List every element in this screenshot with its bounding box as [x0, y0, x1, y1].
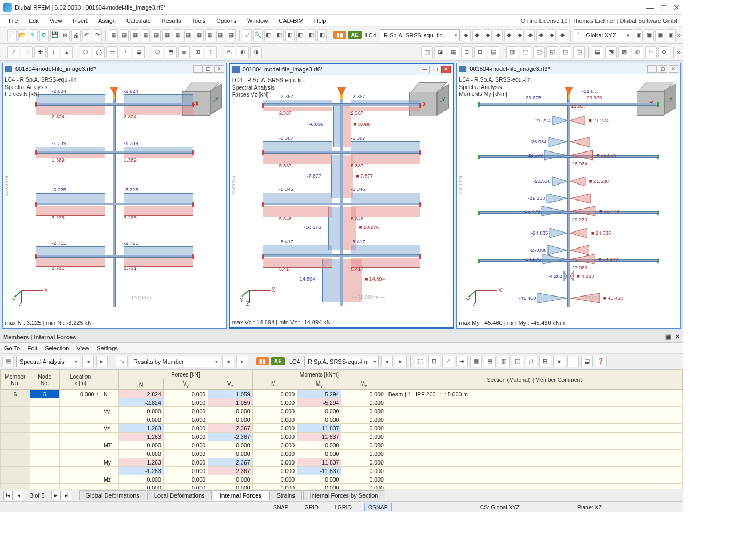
next-lc-button[interactable]: ▸	[395, 356, 407, 367]
col-forces[interactable]: Forces [kN]	[119, 370, 252, 379]
table-tool-button[interactable]: ⤢	[442, 356, 454, 367]
col-N[interactable]: N	[119, 379, 163, 390]
table-tool-button[interactable]: ⬓	[581, 356, 593, 367]
results-tab-global-deformations[interactable]: Global Deformations	[79, 490, 146, 500]
filter-button[interactable]: ⬓	[592, 46, 603, 58]
result-button[interactable]: ◆	[462, 29, 471, 41]
col-member[interactable]: Member No.	[1, 370, 30, 390]
menu-tools[interactable]: Tools	[186, 17, 211, 25]
filter-button[interactable]: ◍	[632, 46, 643, 58]
pane-min-button[interactable]: —	[647, 65, 657, 73]
menu-calculate[interactable]: Calculate	[121, 17, 156, 25]
pane-canvas[interactable]: LC4 - R.Sp.A. SRSS-equ.-lin.Spectral Ana…	[230, 75, 454, 327]
result-button[interactable]: ◆	[494, 29, 503, 41]
resultsby-icon[interactable]: ↘	[116, 356, 128, 367]
lgrid-toggle[interactable]: LGRID	[331, 503, 355, 511]
pane-close-button[interactable]: ✕	[214, 65, 224, 73]
results-undock-icon[interactable]: ▣	[665, 333, 671, 340]
results-menu-selection[interactable]: Selection	[45, 345, 69, 351]
menu-window[interactable]: Window	[242, 17, 273, 25]
tool-button[interactable]: ▦	[141, 29, 150, 41]
filter-button[interactable]: ▤	[488, 46, 499, 58]
draw-button[interactable]: ▭	[106, 46, 118, 58]
table-row[interactable]: 0.000 0.000 0.000 0.000 0.000 0.000	[1, 484, 683, 489]
result-button[interactable]: ◆	[526, 29, 535, 41]
pane-canvas[interactable]: LC4 - R.Sp.A. SRSS-equ.-lin.Spectral Ana…	[3, 74, 226, 328]
analysis-type-icon[interactable]: ▤	[2, 356, 14, 367]
table-tool-button[interactable]: ▦	[470, 356, 482, 367]
menu-cad-bim[interactable]: CAD-BIM	[273, 17, 308, 25]
menu-view[interactable]: View	[44, 17, 68, 25]
results-tab-local-deformations[interactable]: Local Deformations	[147, 490, 212, 500]
results-menu-settings[interactable]: Settings	[97, 345, 118, 351]
draw-button[interactable]: ↗	[7, 46, 19, 58]
results-menu-go-to[interactable]: Go To	[4, 345, 20, 351]
resultsby-selector[interactable]: Results by Member	[130, 356, 220, 367]
col-section[interactable]: Section (Material) | Member Comment	[386, 370, 682, 390]
results-close-icon[interactable]: ✕	[675, 333, 680, 340]
draw-button[interactable]: ✚	[34, 46, 46, 58]
menu-edit[interactable]: Edit	[23, 17, 44, 25]
filter-button[interactable]: ▥	[506, 46, 518, 58]
analysis-selector[interactable]: Spectral Analysis	[16, 356, 80, 367]
result-button[interactable]: ◆	[483, 29, 492, 41]
draw-button[interactable]: ⎔	[152, 46, 163, 58]
tool-button[interactable]: ▦	[152, 29, 161, 41]
col-moments[interactable]: Moments [kNm]	[252, 370, 386, 379]
view-button[interactable]: ◧	[296, 29, 305, 41]
save-button[interactable]: 💾	[50, 29, 59, 41]
draw-button[interactable]: ◐	[237, 46, 249, 58]
col-Vz[interactable]: Vz	[208, 379, 252, 390]
table-tool-button[interactable]: ▥	[498, 356, 510, 367]
results-table-wrap[interactable]: Member No. Node No. Location x [m] Force…	[0, 370, 683, 489]
draw-button[interactable]: ⊞	[192, 46, 203, 58]
table-tool-button[interactable]: ⎙	[526, 356, 537, 367]
table-row[interactable]: -1.263 0.000 2.367 0.000 -11.837 0.000	[1, 467, 683, 475]
result-button[interactable]: ◆	[536, 29, 545, 41]
print-button[interactable]: 🖨	[71, 29, 81, 41]
table-tool-button[interactable]: ⬚	[415, 356, 426, 367]
table-tool-button[interactable]: ◫	[512, 356, 523, 367]
pane-close-button[interactable]: ✕	[441, 66, 451, 73]
draw-button[interactable]: ⇱	[224, 46, 235, 58]
table-row[interactable]: Mz 0.000 0.000 0.000 0.000 0.000 0.000	[1, 475, 683, 484]
view-button[interactable]: ◧	[264, 29, 273, 41]
viewport-pane-2[interactable]: 001804-model-file_image3.rf6* — ▢ ✕ LC4 …	[229, 63, 455, 329]
filter-button[interactable]: ◳	[573, 46, 585, 58]
first-page-button[interactable]: I◂	[3, 491, 13, 500]
filter-button[interactable]: ◱	[546, 46, 558, 58]
filter-button[interactable]: ⊕	[658, 46, 670, 58]
draw-button[interactable]: ◯	[93, 46, 105, 58]
draw-button[interactable]: /	[120, 46, 131, 58]
tool-button[interactable]: ▦	[173, 29, 182, 41]
snap-toggle[interactable]: SNAP	[270, 503, 292, 511]
prev-lc-button[interactable]: ◂	[381, 356, 393, 367]
view-button[interactable]: ◧	[285, 29, 295, 41]
table-row[interactable]: -2.824 0.000 1.059 0.000 -5.294 0.000	[1, 398, 683, 407]
table-tool-button[interactable]: ≡	[567, 356, 579, 367]
filter-button[interactable]: ≋	[645, 46, 657, 58]
draw-button[interactable]: ⟋	[21, 46, 33, 58]
table-row[interactable]: 1.263 0.000 -2.367 0.000 11.837 0.000	[1, 433, 683, 441]
prev-resultsby-button[interactable]: ◂	[222, 356, 234, 367]
calc-button[interactable]: ⚙	[39, 29, 49, 41]
misc-button[interactable]: ▣	[655, 29, 664, 41]
draw-button[interactable]: ⬓	[133, 46, 145, 58]
table-row[interactable]: Vy 0.000 0.000 0.000 0.000 0.000 0.000	[1, 407, 683, 415]
filter-button[interactable]: ⊟	[474, 46, 486, 58]
maximize-button[interactable]: ▢	[660, 3, 667, 12]
filter-button[interactable]: ⬚	[520, 46, 531, 58]
draw-button[interactable]: ⤴	[205, 46, 217, 58]
table-tool-button[interactable]: ▤	[484, 356, 496, 367]
col-node[interactable]: Node No.	[30, 370, 60, 390]
result-button[interactable]: ◆	[472, 29, 481, 41]
menu-insert[interactable]: Insert	[67, 17, 93, 25]
filter-button[interactable]: ▦	[448, 46, 459, 58]
misc-button[interactable]: ▣	[634, 29, 643, 41]
plane-indicator[interactable]: Plane: XZ	[574, 503, 605, 511]
close-button[interactable]: ✕	[673, 3, 680, 12]
minimize-button[interactable]: —	[646, 3, 654, 12]
col-component[interactable]	[101, 370, 119, 390]
viewport-pane-1[interactable]: 001804-model-file_image3.rf6* — ▢ ✕ LC4 …	[2, 63, 227, 329]
misc-button[interactable]: ▣	[666, 29, 675, 41]
